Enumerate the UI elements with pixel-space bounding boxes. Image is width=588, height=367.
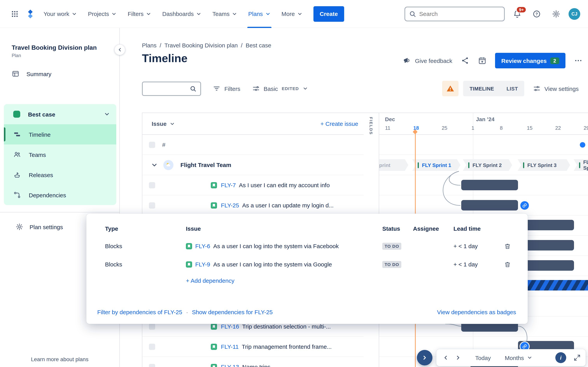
milestone-dot[interactable] — [580, 142, 585, 148]
share-button[interactable] — [461, 56, 469, 65]
issue-key-link[interactable]: FLY-6 — [195, 243, 210, 249]
user-avatar[interactable]: CJ — [569, 8, 580, 20]
search-input[interactable] — [419, 10, 500, 17]
nav-label: Plans — [248, 10, 263, 17]
plan-search-input[interactable] — [147, 85, 190, 92]
nav-item-more[interactable]: More — [277, 0, 307, 28]
plan-search[interactable] — [142, 81, 201, 96]
more-actions-button[interactable] — [574, 56, 583, 65]
sidebar-item-dependencies[interactable]: Dependencies — [4, 185, 116, 205]
breadcrumb-scenario[interactable]: Best case — [246, 42, 271, 49]
settings-sliders-icon — [533, 85, 541, 92]
global-search[interactable] — [405, 6, 505, 21]
notifications-button[interactable]: 9+ — [510, 6, 524, 22]
row-checkbox[interactable] — [149, 343, 155, 350]
sidebar-item-releases[interactable]: Releases — [4, 165, 116, 185]
jump-forward-button[interactable] — [417, 350, 432, 366]
give-feedback-button[interactable]: Give feedback — [403, 56, 452, 65]
breadcrumb-plans[interactable]: Plans — [142, 42, 156, 49]
row-checkbox[interactable] — [149, 142, 155, 148]
issue-summary[interactable]: As a user I can update my login d... — [242, 202, 333, 209]
issue-row-fly-11[interactable]: FLY-11 Trip management frontend frame... — [142, 337, 363, 357]
sidebar-collapse-button[interactable] — [114, 44, 125, 55]
sprint-start-tick — [523, 162, 524, 168]
nav-item-your-work[interactable]: Your work — [39, 0, 82, 28]
sprint-bar-fly-sprint-3[interactable]: FLY Sprint 3 — [518, 159, 570, 171]
filters-label: Filters — [225, 85, 240, 92]
show-dependencies-link[interactable]: Show dependencies for FLY-25 — [192, 309, 273, 315]
breadcrumb-separator: / — [160, 42, 161, 49]
nav-item-plans[interactable]: Plans — [244, 0, 275, 28]
add-dependency-link[interactable]: + Add dependency — [186, 277, 234, 284]
jira-logo[interactable] — [23, 7, 37, 21]
nav-item-dashboards[interactable]: Dashboards — [157, 0, 206, 28]
app-switcher-button[interactable] — [8, 7, 22, 21]
sidebar-item-summary[interactable]: Summary — [0, 65, 119, 82]
issue-key-link[interactable]: FLY-7 — [221, 182, 236, 188]
svg-text:?: ? — [536, 12, 538, 16]
delete-dependency-button[interactable] — [504, 261, 517, 268]
today-button[interactable]: Today — [475, 354, 491, 361]
tab-timeline[interactable]: TIMELINE — [463, 81, 500, 96]
gantt-bar-striped[interactable] — [519, 280, 588, 291]
dependency-link-icon[interactable] — [520, 201, 529, 210]
issue-summary[interactable]: Trip management frontend frame... — [242, 343, 331, 350]
sidebar-item-timeline[interactable]: Timeline — [4, 124, 116, 144]
schedule-button[interactable] — [478, 56, 486, 65]
nav-item-projects[interactable]: Projects — [83, 0, 121, 28]
gantt-bar-fly-7[interactable] — [461, 180, 518, 190]
sprint-bar-fly-sprint-1[interactable]: FLY Sprint 1 — [412, 159, 460, 171]
chevron-down-icon[interactable] — [151, 161, 158, 168]
nav-item-filters[interactable]: Filters — [123, 0, 156, 28]
gear-icon — [552, 9, 560, 18]
sprint-bar[interactable]: print — [379, 159, 408, 171]
create-button[interactable]: Create — [313, 6, 344, 22]
issue-row-fly-25[interactable]: FLY-25 As a user I can update my login d… — [142, 195, 363, 216]
issue-column-header[interactable]: Issue — [152, 120, 175, 127]
issue-key-link[interactable]: FLY-13 — [221, 364, 239, 367]
view-dependencies-as-badges-link[interactable]: View dependencies as badges — [437, 309, 516, 315]
learn-more-link[interactable]: Learn more about plans — [0, 356, 119, 362]
sprint-bar-fly-sprint-2[interactable]: FLY Sprint 2 — [463, 159, 512, 171]
scroll-right-button[interactable] — [452, 351, 464, 364]
issue-key-link[interactable]: FLY-9 — [195, 261, 210, 267]
sidebar-item-teams[interactable]: Teams — [4, 144, 116, 165]
create-issue-button[interactable]: + Create issue — [320, 120, 358, 127]
settings-button[interactable] — [549, 7, 563, 21]
fullscreen-button[interactable] — [573, 354, 581, 362]
view-mode-button[interactable]: Basic EDITED — [252, 85, 308, 92]
team-group-row[interactable]: Flight Travel Team — [142, 155, 363, 175]
issue-key-link[interactable]: FLY-16 — [221, 323, 239, 330]
filter-by-dependencies-link[interactable]: Filter by dependencies of FLY-25 — [97, 309, 182, 315]
filters-button[interactable]: Filters — [213, 85, 240, 92]
review-changes-count: 2 — [550, 57, 559, 64]
delete-dependency-button[interactable] — [504, 242, 517, 250]
scroll-left-button[interactable] — [440, 351, 452, 364]
warning-button[interactable] — [442, 81, 459, 96]
issue-row-fly-7[interactable]: FLY-7 As I user I can edit my account in… — [142, 175, 363, 195]
zoom-level-dropdown[interactable]: Months — [505, 354, 532, 361]
column-header-lead-time: Lead time — [453, 225, 504, 232]
gantt-bar-fly-25[interactable] — [461, 200, 518, 210]
issue-summary[interactable]: Name trips — [242, 364, 270, 367]
dependencies-popup: Type Issue Status Assignee Lead time Blo… — [86, 214, 528, 324]
issue-summary[interactable]: As I user I can edit my account info — [239, 182, 330, 188]
view-settings-button[interactable]: View settings — [529, 85, 583, 92]
issue-key-link[interactable]: FLY-25 — [221, 202, 239, 209]
scenario-best-case[interactable]: Best case — [4, 104, 116, 124]
row-checkbox[interactable] — [149, 323, 155, 330]
breadcrumb-plan-name[interactable]: Travel Booking Division plan — [164, 42, 238, 49]
tab-list[interactable]: LIST — [500, 81, 524, 96]
info-button[interactable] — [555, 352, 566, 363]
review-changes-button[interactable]: Review changes 2 — [495, 53, 565, 68]
story-icon — [211, 323, 217, 330]
help-button[interactable]: ? — [530, 7, 544, 21]
issue-summary[interactable]: Trip destination selection - multi-... — [242, 323, 331, 330]
row-checkbox[interactable] — [149, 364, 155, 367]
issue-row-fly-13[interactable]: FLY-13 Name trips — [142, 357, 363, 367]
row-checkbox[interactable] — [149, 202, 155, 208]
nav-item-teams[interactable]: Teams — [208, 0, 242, 28]
sprint-label: FLY Sprin — [583, 159, 588, 171]
row-checkbox[interactable] — [149, 182, 155, 188]
issue-key-link[interactable]: FLY-11 — [221, 343, 239, 350]
